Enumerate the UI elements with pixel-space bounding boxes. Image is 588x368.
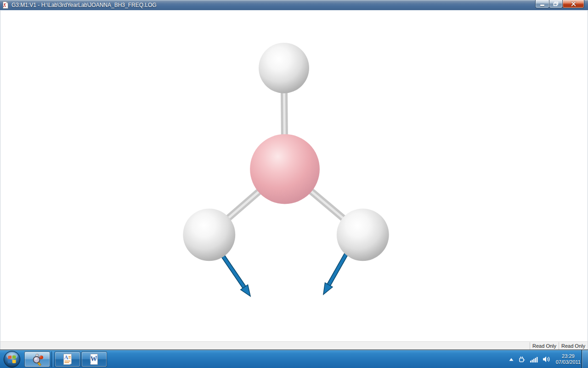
taskbar-app-wordpad[interactable]: A — [55, 351, 80, 367]
restore-button[interactable] — [549, 0, 563, 8]
wordpad-icon: A — [62, 353, 73, 366]
windows-start-icon — [3, 351, 21, 368]
volume-icon[interactable] — [543, 356, 550, 362]
status-readonly-1: Read Only — [530, 342, 559, 350]
close-button[interactable] — [562, 0, 584, 8]
power-plug-icon[interactable] — [518, 356, 526, 363]
taskbar: A W — [0, 350, 588, 368]
minimize-button[interactable] — [535, 0, 549, 8]
status-bar: Read Only Read Only — [0, 341, 588, 350]
taskbar-divider — [51, 351, 53, 367]
status-readonly-2: Read Only — [559, 342, 588, 350]
atom-H[interactable] — [259, 43, 309, 93]
window-title: G3:M1:V1 - H:\Lab\3rdYearLab\JOANNA_BH3_… — [11, 0, 157, 10]
atom-H[interactable] — [337, 208, 389, 261]
word-icon: W — [89, 353, 100, 366]
window-controls — [536, 0, 584, 8]
close-icon — [571, 1, 577, 6]
taskbar-app-word[interactable]: W — [81, 351, 107, 367]
atom-B[interactable] — [250, 134, 320, 204]
gaussview-window: G3:M1:V1 - H:\Lab\3rdYearLab\JOANNA_BH3_… — [0, 0, 588, 350]
clock-time: 23:29 — [556, 353, 581, 359]
gaussview-icon — [31, 353, 44, 366]
minimize-icon — [540, 5, 544, 6]
hidden-icons-chevron-icon[interactable] — [509, 358, 514, 361]
show-desktop-button[interactable] — [582, 350, 588, 368]
window-icon[interactable] — [2, 1, 9, 9]
gaussview-log-document-icon — [2, 1, 9, 9]
restore-icon — [553, 1, 559, 6]
clock-date: 07/03/2011 — [556, 359, 581, 365]
taskbar-buttons: A W — [0, 350, 588, 368]
taskbar-app-gaussview[interactable] — [24, 351, 50, 367]
system-tray: 23:29 07/03/2011 — [509, 350, 581, 368]
network-signal-icon[interactable] — [530, 356, 538, 362]
atom-H[interactable] — [183, 208, 235, 261]
start-button[interactable] — [0, 350, 24, 368]
molecule-svg[interactable] — [0, 11, 588, 341]
title-bar[interactable]: G3:M1:V1 - H:\Lab\3rdYearLab\JOANNA_BH3_… — [0, 0, 588, 11]
molecule-viewport[interactable] — [0, 11, 588, 341]
wordpad-letter: A — [64, 354, 68, 361]
taskbar-clock[interactable]: 23:29 07/03/2011 — [556, 353, 581, 365]
